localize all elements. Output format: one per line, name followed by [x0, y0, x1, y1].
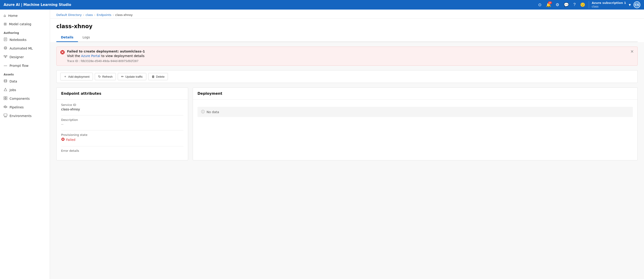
notification-icon-button[interactable]: 🔔 17: [545, 1, 552, 8]
refresh-button[interactable]: ↻ Refresh: [95, 73, 116, 80]
smiley-icon-button[interactable]: 🙂: [579, 1, 586, 8]
data-icon: [4, 79, 7, 84]
avatar[interactable]: CG: [634, 1, 640, 8]
update-traffic-button[interactable]: ✏ Update traffic: [118, 73, 146, 80]
error-details-label: Error details: [61, 149, 184, 152]
sidebar-item-label: Home: [8, 14, 18, 18]
settings-icon-button[interactable]: ⚙: [555, 1, 560, 8]
account-info: Azure subscription 1 class: [592, 1, 626, 8]
sidebar-item-data[interactable]: Data: [0, 77, 50, 86]
sidebar-item-components[interactable]: Components: [0, 94, 50, 103]
trash-icon: 🗑: [152, 75, 155, 78]
svg-rect-16: [6, 98, 7, 100]
error-details-group: Error details: [61, 149, 184, 152]
sidebar-item-designer[interactable]: Designer: [0, 53, 50, 61]
help-icon: ?: [573, 2, 576, 7]
feedback-icon-button[interactable]: 💬: [563, 1, 570, 8]
provisioning-state-group: Provisioning state Failed: [61, 133, 184, 142]
description-group: Description --: [61, 118, 184, 126]
sidebar-item-label: Components: [10, 97, 30, 100]
sidebar-item-notebooks[interactable]: Notebooks: [0, 36, 50, 44]
delete-label: Delete: [156, 75, 165, 78]
azure-portal-link[interactable]: Azure Portal: [81, 54, 100, 58]
page-title: class-xhnoy: [56, 23, 638, 30]
breadcrumb-class[interactable]: class: [86, 13, 93, 16]
chat-icon: 💬: [564, 2, 569, 7]
error-circle-icon: [60, 50, 65, 56]
tab-logs[interactable]: Logs: [78, 33, 94, 42]
jobs-icon: [4, 88, 7, 92]
tab-details[interactable]: Details: [56, 33, 78, 42]
designer-icon: [4, 55, 7, 59]
svg-rect-15: [4, 98, 5, 100]
service-id-value: class-xhnoy: [61, 108, 184, 111]
history-icon: ⊙: [538, 2, 542, 7]
notebook-icon: [4, 38, 7, 42]
error-message-post: to view deployment details: [101, 54, 144, 58]
prompt-flow-icon: —: [4, 64, 7, 68]
account-section: Azure subscription 1 class ▾ CG: [589, 1, 640, 8]
sidebar-item-label: Environments: [10, 114, 32, 118]
svg-rect-14: [6, 96, 7, 98]
svg-point-12: [4, 80, 7, 80]
svg-point-5: [5, 47, 6, 48]
sidebar: ⌂ Home ⊞ Model catalog Authoring Noteboo…: [0, 10, 50, 279]
sidebar-item-model-catalog[interactable]: ⊞ Model catalog: [0, 20, 50, 28]
provisioning-state-label: Provisioning state: [61, 133, 184, 136]
service-id-label: Service ID: [61, 103, 184, 106]
sidebar-item-environments[interactable]: Environments: [0, 112, 50, 120]
top-navigation: Azure AI | Machine Learning Studio ⊙ 🔔 1…: [0, 0, 644, 10]
svg-rect-8: [6, 56, 7, 56]
endpoint-attributes-body: Service ID class-xhnoy Description -- Pr…: [56, 100, 188, 160]
deployment-card: Deployment ⓘ No data: [193, 88, 638, 160]
sidebar-item-label: Pipelines: [10, 106, 24, 109]
deployment-body: ⓘ No data: [193, 100, 638, 124]
pipelines-icon: [4, 105, 7, 110]
refresh-icon: ↻: [98, 75, 101, 78]
info-icon: ⓘ: [201, 110, 205, 114]
breadcrumb-default-directory[interactable]: Default Directory: [56, 13, 82, 16]
app-title: Azure AI | Machine Learning Studio: [4, 3, 71, 7]
failed-circle-icon: [61, 138, 65, 142]
cards-row: Endpoint attributes Service ID class-xhn…: [56, 88, 638, 160]
error-banner: Failed to create deployment: automlclass…: [56, 46, 638, 66]
dropdown-chevron-button[interactable]: ▾: [628, 1, 632, 8]
smiley-icon: 🙂: [580, 2, 585, 7]
sidebar-item-home[interactable]: ⌂ Home: [0, 11, 50, 20]
svg-point-4: [4, 46, 7, 49]
error-close-button[interactable]: ✕: [630, 50, 634, 54]
breadcrumb-sep-3: ›: [113, 14, 114, 16]
workspace-name: class: [592, 5, 626, 9]
description-label: Description: [61, 118, 184, 122]
authoring-label: Authoring: [0, 28, 50, 36]
breadcrumb-sep-2: ›: [94, 14, 96, 16]
update-traffic-label: Update traffic: [125, 75, 143, 78]
chevron-down-icon: ▾: [629, 2, 631, 7]
automl-icon: [4, 46, 7, 51]
breadcrumb-endpoints[interactable]: Endpoints: [96, 13, 111, 16]
endpoint-attributes-header: Endpoint attributes: [56, 88, 188, 100]
error-content: Failed to create deployment: automlclass…: [67, 50, 628, 63]
sidebar-item-label: Notebooks: [10, 38, 26, 42]
svg-rect-6: [4, 56, 5, 56]
breadcrumb-current: class-xhnoy: [115, 13, 133, 16]
sidebar-item-label: Designer: [10, 55, 24, 59]
no-data-text: No data: [206, 110, 219, 114]
page-header: class-xhnoy Details Logs: [50, 19, 644, 42]
sidebar-item-jobs[interactable]: Jobs: [0, 86, 50, 94]
error-message-pre: Visit the: [67, 54, 81, 58]
sidebar-item-label: Prompt flow: [10, 64, 29, 68]
subscription-name: Azure subscription 1: [592, 1, 626, 5]
sidebar-item-prompt-flow[interactable]: — Prompt flow: [0, 61, 50, 70]
deployment-header: Deployment: [193, 88, 638, 100]
history-icon-button[interactable]: ⊙: [537, 1, 542, 8]
delete-button[interactable]: 🗑 Delete: [148, 73, 168, 80]
breadcrumb: Default Directory › class › Endpoints › …: [50, 10, 644, 19]
sidebar-item-automated-ml[interactable]: Automated ML: [0, 44, 50, 53]
error-message: Visit the Azure Portal to view deploymen…: [67, 54, 628, 58]
error-title: Failed to create deployment: automlclass…: [67, 50, 628, 53]
add-deployment-button[interactable]: ＋ Add deployment: [60, 73, 93, 80]
help-icon-button[interactable]: ?: [572, 1, 576, 8]
sidebar-item-pipelines[interactable]: Pipelines: [0, 103, 50, 112]
app-title-text: Azure AI | Machine Learning Studio: [4, 3, 71, 7]
